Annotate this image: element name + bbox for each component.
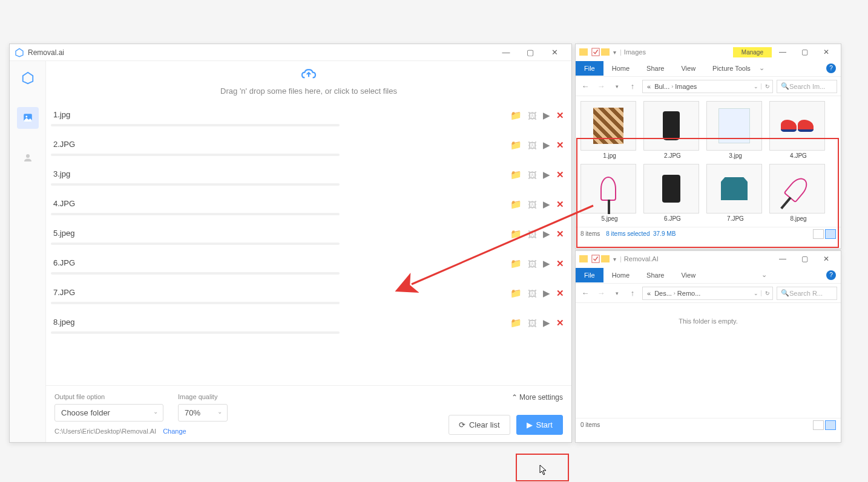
quality-label: Image quality — [178, 393, 228, 400]
more-settings[interactable]: ⌃ More settings — [511, 393, 563, 402]
open-folder-icon[interactable]: 📁 — [510, 288, 522, 299]
maximize-button[interactable]: ▢ — [518, 48, 542, 57]
thumbnail-label: 5.jpeg — [580, 215, 639, 222]
play-icon[interactable]: ▶ — [543, 229, 550, 239]
quality-select[interactable]: 70% — [178, 404, 228, 422]
preview-icon[interactable]: 🖼 — [528, 111, 537, 121]
preview-icon[interactable]: 🖼 — [528, 259, 537, 269]
tab-share[interactable]: Share — [638, 268, 672, 282]
preview-icon[interactable]: 🖼 — [528, 229, 537, 239]
view-details-button[interactable] — [813, 229, 824, 239]
preview-icon[interactable]: 🖼 — [528, 170, 537, 180]
preview-icon[interactable]: 🖼 — [528, 140, 537, 151]
qat-folder-icon[interactable] — [601, 255, 610, 262]
open-folder-icon[interactable]: 📁 — [510, 199, 522, 210]
preview-icon[interactable]: 🖼 — [528, 318, 537, 328]
remove-icon[interactable]: ✕ — [556, 318, 564, 328]
help-button[interactable]: ? — [826, 270, 836, 280]
file-thumbnail[interactable]: 4.JPG — [769, 101, 827, 159]
nav-account[interactable] — [17, 147, 39, 169]
tab-view[interactable]: View — [672, 268, 704, 282]
nav-up-button[interactable]: ↑ — [626, 82, 639, 91]
open-folder-icon[interactable]: 📁 — [510, 140, 522, 151]
progress-bar — [51, 243, 340, 245]
open-folder-icon[interactable]: 📁 — [510, 169, 522, 180]
file-thumbnail[interactable]: 3.jpg — [706, 101, 764, 159]
open-folder-icon[interactable]: 📁 — [510, 229, 522, 239]
search-input[interactable]: 🔍 Search R... — [777, 287, 837, 300]
qat-check-icon[interactable] — [591, 255, 600, 263]
tab-view[interactable]: View — [672, 61, 704, 76]
ribbon-expand-icon[interactable]: ⌄ — [759, 64, 764, 72]
file-thumbnail[interactable]: 7.JPG — [706, 164, 764, 222]
remove-icon[interactable]: ✕ — [556, 169, 564, 180]
output-folder-select[interactable]: Choose folder — [54, 404, 163, 422]
play-icon[interactable]: ▶ — [543, 288, 550, 299]
bottom-bar: ⌃ More settings Output file option Choos… — [46, 385, 571, 442]
breadcrumb-bar[interactable]: « Des... › Remo... ⌄ ↻ — [642, 287, 773, 300]
exp-maximize-button[interactable]: ▢ — [794, 255, 815, 263]
exp-maximize-button[interactable]: ▢ — [794, 48, 815, 56]
exp-minimize-button[interactable]: — — [772, 255, 794, 263]
nav-history-icon[interactable]: ▾ — [611, 290, 623, 296]
nav-up-button[interactable]: ↑ — [626, 288, 639, 298]
nav-history-icon[interactable]: ▾ — [611, 83, 623, 90]
file-thumbnail[interactable]: 6.JPG — [643, 164, 702, 222]
preview-icon[interactable]: 🖼 — [528, 200, 537, 210]
file-thumbnail[interactable]: 8.jpeg — [769, 164, 827, 222]
breadcrumb-bar[interactable]: « Bul... › Images ⌄ ↻ — [642, 80, 773, 93]
nav-home[interactable] — [17, 67, 39, 89]
preview-icon[interactable]: 🖼 — [528, 288, 537, 299]
exp-close-button[interactable]: ✕ — [815, 48, 837, 56]
view-thumbs-button[interactable] — [825, 229, 836, 239]
help-button[interactable]: ? — [826, 64, 836, 73]
play-icon[interactable]: ▶ — [543, 199, 550, 210]
exp-close-button[interactable]: ✕ — [815, 255, 837, 263]
play-icon[interactable]: ▶ — [543, 140, 550, 151]
play-icon[interactable]: ▶ — [543, 318, 550, 328]
qat-dropdown-icon[interactable]: ▾ — [613, 256, 616, 262]
qat-folder-icon[interactable] — [601, 48, 610, 56]
search-input[interactable]: 🔍 Search Im... — [777, 80, 837, 93]
play-icon[interactable]: ▶ — [543, 169, 550, 180]
qat-dropdown-icon[interactable]: ▾ — [613, 49, 616, 56]
remove-icon[interactable]: ✕ — [556, 229, 564, 239]
tab-home[interactable]: Home — [603, 268, 638, 282]
file-list: 1.jpg 📁 🖼 ▶ ✕ 2.JPG 📁 🖼 ▶ ✕ 3.jpg 📁 🖼 ▶ … — [46, 105, 571, 385]
tab-picture-tools[interactable]: Picture Tools — [704, 61, 759, 76]
exp-minimize-button[interactable]: — — [772, 48, 794, 56]
view-details-button[interactable] — [813, 420, 824, 430]
open-folder-icon[interactable]: 📁 — [510, 318, 522, 328]
manage-tab[interactable]: Manage — [733, 47, 772, 57]
view-thumbs-button[interactable] — [825, 420, 836, 430]
tab-home[interactable]: Home — [603, 61, 638, 76]
tab-file[interactable]: File — [576, 61, 603, 76]
clear-list-button[interactable]: ⟳ Clear list — [449, 415, 510, 435]
remove-icon[interactable]: ✕ — [556, 199, 564, 210]
start-button[interactable]: ▶ Start — [516, 415, 563, 435]
file-thumbnail[interactable]: 1.jpg — [580, 101, 639, 159]
remove-icon[interactable]: ✕ — [556, 288, 564, 299]
remove-icon[interactable]: ✕ — [556, 110, 564, 121]
ribbon-expand-icon[interactable]: ⌄ — [761, 271, 767, 279]
open-folder-icon[interactable]: 📁 — [510, 110, 522, 121]
nav-forward-button[interactable]: → — [595, 288, 607, 298]
file-thumbnail[interactable]: 2.JPG — [643, 101, 702, 159]
remove-icon[interactable]: ✕ — [556, 258, 564, 269]
change-path-link[interactable]: Change — [163, 428, 186, 435]
tab-file[interactable]: File — [576, 268, 603, 282]
nav-images[interactable] — [17, 107, 39, 129]
minimize-button[interactable]: — — [494, 48, 518, 57]
nav-back-button[interactable]: ← — [579, 82, 591, 91]
play-icon[interactable]: ▶ — [543, 110, 550, 121]
file-thumbnail[interactable]: 5.jpeg — [580, 164, 639, 222]
qat-check-icon[interactable] — [591, 48, 600, 56]
nav-back-button[interactable]: ← — [579, 288, 591, 298]
remove-icon[interactable]: ✕ — [556, 140, 564, 151]
close-button[interactable]: ✕ — [542, 48, 567, 57]
nav-forward-button[interactable]: → — [595, 82, 607, 91]
open-folder-icon[interactable]: 📁 — [510, 258, 522, 269]
dropzone[interactable]: Drag 'n' drop some files here, or click … — [46, 61, 571, 105]
tab-share[interactable]: Share — [638, 61, 672, 76]
play-icon[interactable]: ▶ — [543, 258, 550, 269]
